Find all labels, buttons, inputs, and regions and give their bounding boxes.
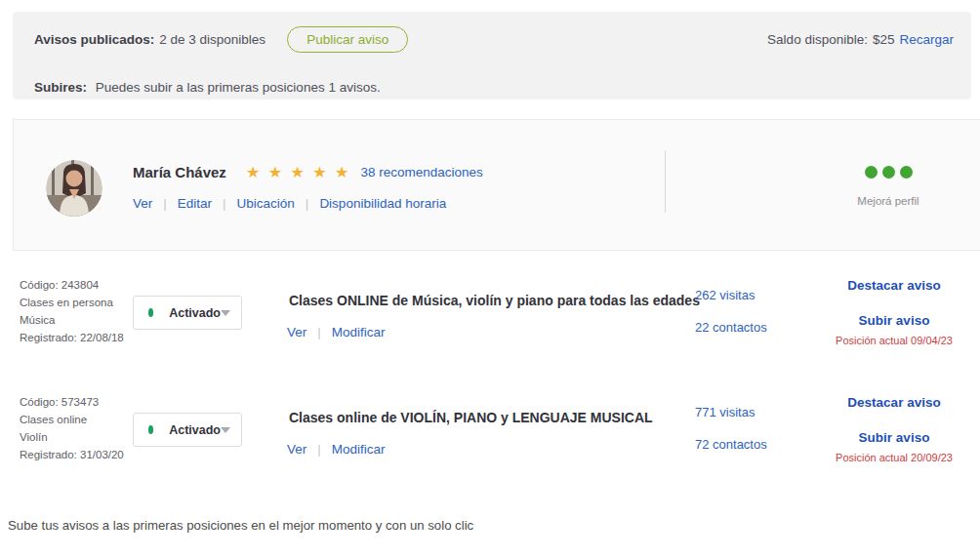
profile-location-link[interactable]: Ubicación: [237, 196, 295, 211]
separator: |: [306, 196, 309, 211]
ad-meta-info: Código: 573473 Clases online Violín Regi…: [20, 393, 124, 463]
ad-row: Código: 243804 Clases en persona Música …: [0, 275, 980, 368]
highlight-ad-button[interactable]: Destacar aviso: [808, 395, 980, 410]
published-ads-label: Avisos publicados:: [34, 32, 154, 47]
publish-ad-button[interactable]: Publicar aviso: [287, 26, 408, 53]
boosts-label: Subires:: [34, 80, 87, 95]
status-label: Activado: [169, 423, 221, 437]
separator: |: [317, 325, 321, 339]
current-position-note: Posición actual 09/04/23: [808, 335, 980, 346]
balance-value: $25: [873, 32, 895, 47]
recommendations-link[interactable]: 38 recomendaciones: [360, 165, 482, 179]
ad-visits-stat[interactable]: 262 visitas: [695, 288, 755, 302]
bump-tip-text: Sube tus avisos a las primeras posicione…: [8, 518, 473, 533]
ad-title: Clases online de VIOLÍN, PIANO y LENGUAJ…: [289, 410, 653, 425]
ad-code: Código: 573473: [20, 393, 124, 411]
bump-ad-button[interactable]: Subir aviso: [808, 430, 980, 445]
ad-modify-link[interactable]: Modificar: [332, 325, 386, 339]
green-dot-icon: [882, 166, 895, 179]
profile-name-row: María Chávez ★ ★ ★ ★ ★ 38 recomendacione…: [133, 163, 483, 181]
profile-name: María Chávez: [133, 164, 226, 180]
ad-links-row: Ver | Modificar: [287, 325, 386, 339]
ad-view-link[interactable]: Ver: [287, 442, 306, 457]
current-position-note: Posición actual 20/09/23: [808, 452, 980, 463]
vertical-divider: [665, 150, 666, 213]
ad-row: Código: 573473 Clases online Violín Regi…: [0, 392, 980, 485]
green-dot-icon: [900, 166, 913, 179]
rating-stars-icon: ★ ★ ★ ★ ★: [246, 163, 351, 181]
ad-title: Clases ONLINE de Música, violín y piano …: [289, 293, 700, 308]
chevron-down-icon: [221, 427, 230, 433]
green-dot-icon: [865, 166, 878, 179]
profile-view-link[interactable]: Ver: [133, 196, 152, 211]
ad-links-row: Ver | Modificar: [287, 442, 386, 457]
ad-code: Código: 243804: [20, 276, 124, 294]
ad-subject: Música: [20, 311, 124, 329]
boosts-text: Puedes subir a las primeras posiciones 1…: [96, 80, 381, 95]
profile-completeness-dots-icon: [865, 166, 913, 179]
ad-modify-link[interactable]: Modificar: [332, 442, 386, 457]
balance-block: Saldo disponible: $25 Recargar: [767, 32, 954, 47]
chevron-down-icon: [221, 310, 230, 316]
profile-availability-link[interactable]: Disponibilidad horaria: [319, 196, 446, 211]
ad-status-dropdown[interactable]: Activado: [133, 413, 242, 447]
highlight-ad-button[interactable]: Destacar aviso: [808, 278, 980, 293]
improve-profile-label: Mejorá perfil: [817, 195, 960, 207]
avatar-photo-icon: [46, 160, 102, 217]
ad-meta-info: Código: 243804 Clases en persona Música …: [20, 276, 124, 346]
profile-avatar[interactable]: [46, 160, 102, 217]
published-ads-value: 2 de 3 disponibles: [159, 32, 265, 47]
recharge-link[interactable]: Recargar: [899, 32, 954, 47]
ad-view-link[interactable]: Ver: [287, 325, 306, 339]
ad-mode: Clases en persona: [20, 294, 124, 311]
ad-registered-date: Registrado: 22/08/18: [20, 329, 124, 346]
status-active-dot-icon: [148, 308, 153, 317]
improve-profile-widget[interactable]: Mejorá perfil: [817, 165, 960, 207]
profile-panel: María Chávez ★ ★ ★ ★ ★ 38 recomendacione…: [13, 119, 980, 251]
ad-status-dropdown[interactable]: Activado: [133, 296, 242, 330]
account-summary-panel: Avisos publicados: 2 de 3 disponibles Pu…: [13, 12, 971, 100]
boosts-line: Subires: Puedes subir a las primeras pos…: [34, 80, 381, 95]
bump-ad-button[interactable]: Subir aviso: [808, 313, 980, 328]
separator: |: [163, 196, 167, 211]
separator: |: [317, 442, 321, 457]
separator: |: [223, 196, 226, 211]
profile-links-row: Ver | Editar | Ubicación | Disponibilida…: [133, 196, 446, 211]
ad-registered-date: Registrado: 31/03/20: [20, 446, 124, 463]
status-active-dot-icon: [148, 425, 153, 434]
status-label: Activado: [169, 306, 221, 320]
ad-mode: Clases online: [20, 411, 124, 428]
profile-edit-link[interactable]: Editar: [178, 196, 212, 211]
ad-visits-stat[interactable]: 771 visitas: [695, 405, 755, 419]
ad-subject: Violín: [20, 428, 124, 446]
balance-label: Saldo disponible:: [767, 32, 868, 47]
ad-contacts-stat[interactable]: 72 contactos: [695, 437, 767, 452]
ad-contacts-stat[interactable]: 22 contactos: [695, 320, 767, 335]
published-ads-line: Avisos publicados: 2 de 3 disponibles Pu…: [34, 24, 954, 54]
